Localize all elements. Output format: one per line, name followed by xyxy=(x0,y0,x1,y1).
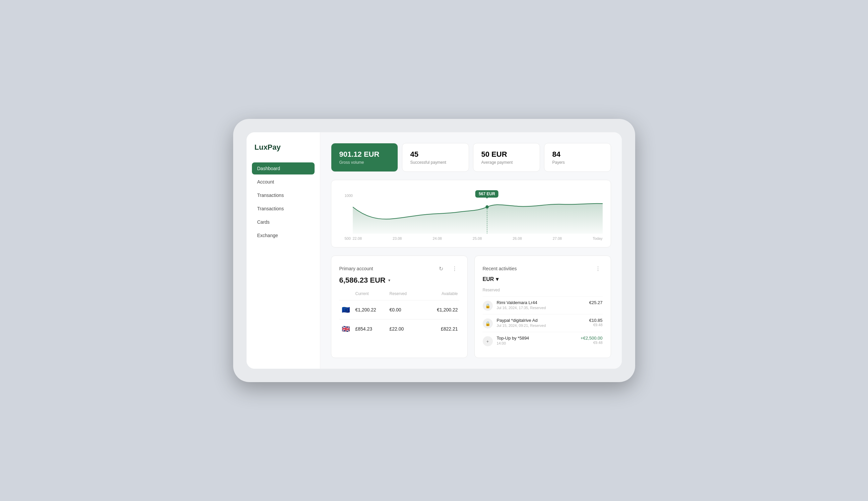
activity-amount-2: +€2,500.00 xyxy=(581,335,602,341)
device-frame: LuxPay DashboardAccountTransactionsTrans… xyxy=(233,119,635,382)
sidebar-item-transactions-3[interactable]: Transactions xyxy=(252,203,315,215)
screen: LuxPay DashboardAccountTransactionsTrans… xyxy=(246,132,622,369)
panel-title: Primary account xyxy=(339,266,373,271)
sidebar-item-cards-4[interactable]: Cards xyxy=(252,216,315,228)
chart-tooltip: 567 EUR xyxy=(475,190,498,198)
activities-title: Recent activities xyxy=(483,266,517,271)
available-val-0: €1,200.22 xyxy=(424,307,458,312)
stat-value-1: 45 xyxy=(410,150,461,159)
reserved-val-1: £22.00 xyxy=(390,326,424,332)
activity-row-2: + Top-Up by *5894 14:00 +€2,500.00 €9.48 xyxy=(483,332,603,350)
flag-1: 🇬🇧 xyxy=(341,323,351,334)
chart-area: 567 EUR xyxy=(353,187,603,234)
stat-label-2: Average payment xyxy=(481,160,532,165)
activity-date-2: 14:00 xyxy=(497,341,577,345)
stat-label-0: Gross volume xyxy=(339,160,390,165)
account-amount: 6,586.23 EUR xyxy=(339,276,385,285)
activity-info-1: Paypal *digitalrive Ad Jul 15, 2024, 09:… xyxy=(497,318,585,328)
activity-amount-0: €25.27 xyxy=(589,300,603,305)
activity-date-0: Jul 16, 2024, 17:35, Reserved xyxy=(497,306,585,310)
stat-value-3: 84 xyxy=(552,150,603,159)
bottom-row: Primary account ↻ ⋮ 6,586.23 EUR ▾ Curre… xyxy=(331,256,611,358)
stat-value-2: 50 EUR xyxy=(481,150,532,159)
stats-row: 901.12 EUR Gross volume45 Successful pay… xyxy=(331,143,611,172)
chart-x-labels: 22.0823.0824.0825.0826.0827.08Today xyxy=(353,236,603,241)
activity-name-1: Paypal *digitalrive Ad xyxy=(497,318,585,323)
activity-icon-1: 🔒 xyxy=(483,319,493,329)
primary-account-panel: Primary account ↻ ⋮ 6,586.23 EUR ▾ Curre… xyxy=(331,256,468,358)
chart-x-label: 23.08 xyxy=(393,236,402,241)
activity-row-1: 🔒 Paypal *digitalrive Ad Jul 15, 2024, 0… xyxy=(483,314,603,332)
stat-label-3: Payers xyxy=(552,160,603,165)
activity-amount-1: €10.85 xyxy=(589,318,603,323)
chart-x-label: Today xyxy=(593,236,602,241)
activity-amounts-2: +€2,500.00 €9.48 xyxy=(581,335,602,344)
logo: LuxPay xyxy=(252,143,315,152)
main-content: 901.12 EUR Gross volume45 Successful pay… xyxy=(320,132,622,369)
stat-card-2: 50 EUR Average payment xyxy=(473,143,540,172)
sidebar-item-transactions-2[interactable]: Transactions xyxy=(252,189,315,201)
currency-selector[interactable]: EUR ▾ xyxy=(483,276,603,282)
refresh-icon[interactable]: ↻ xyxy=(436,264,446,273)
current-val-0: €1,200.22 xyxy=(356,307,390,312)
more-icon[interactable]: ⋮ xyxy=(450,264,459,273)
stat-card-3: 84 Payers xyxy=(544,143,611,172)
stat-card-0: 901.12 EUR Gross volume xyxy=(331,143,398,172)
sidebar-item-dashboard-0[interactable]: Dashboard xyxy=(252,162,315,174)
activity-info-0: Rimi Valdemara Lr44 Jul 16, 2024, 17:35,… xyxy=(497,300,585,310)
chevron-icon[interactable]: ▾ xyxy=(388,278,390,283)
panel-icons: ↻ ⋮ xyxy=(436,264,459,273)
activity-name-2: Top-Up by *5894 xyxy=(497,335,577,341)
activity-amounts-1: €10.85 €9.48 xyxy=(589,318,603,327)
reserved-val-0: €0.00 xyxy=(390,307,424,312)
stat-value-0: 901.12 EUR xyxy=(339,150,390,159)
activity-sub-2: €9.48 xyxy=(581,341,602,344)
activities-section-label: Reserved xyxy=(483,288,603,292)
activity-row-0: 🔒 Rimi Valdemara Lr44 Jul 16, 2024, 17:3… xyxy=(483,296,603,314)
chart-x-label: 22.08 xyxy=(353,236,362,241)
available-val-1: £822.21 xyxy=(424,326,458,332)
recent-activities-panel: Recent activities ⋮ EUR ▾ Reserved 🔒 Rim… xyxy=(474,256,611,358)
chart-x-label: 26.08 xyxy=(512,236,522,241)
activities-more-icon[interactable]: ⋮ xyxy=(593,264,603,273)
sidebar-item-account-1[interactable]: Account xyxy=(252,176,315,188)
chart-x-label: 27.08 xyxy=(553,236,562,241)
activity-amounts-0: €25.27 xyxy=(589,300,603,305)
stat-card-1: 45 Successful payment xyxy=(402,143,469,172)
flag-0: 🇪🇺 xyxy=(341,305,351,315)
sidebar-item-exchange-5[interactable]: Exchange xyxy=(252,230,315,242)
activities-header: Recent activities ⋮ xyxy=(483,264,603,273)
activity-date-1: Jul 15, 2024, 09:21, Reserved xyxy=(497,323,585,328)
activity-icon-2: + xyxy=(483,336,493,346)
account-row-1: 🇬🇧 £854.23 £22.00 £822.21 xyxy=(339,319,459,338)
amount-row: 6,586.23 EUR ▾ xyxy=(339,276,459,285)
sidebar: LuxPay DashboardAccountTransactionsTrans… xyxy=(246,132,320,369)
stat-label-1: Successful payment xyxy=(410,160,461,165)
table-header: Current Reserved Available xyxy=(339,291,459,296)
chart-container: 1000 500 xyxy=(331,180,611,247)
panel-header: Primary account ↻ ⋮ xyxy=(339,264,459,273)
eur-chevron-icon: ▾ xyxy=(496,276,498,282)
activity-info-2: Top-Up by *5894 14:00 xyxy=(497,335,577,345)
activity-name-0: Rimi Valdemara Lr44 xyxy=(497,300,585,305)
current-val-1: £854.23 xyxy=(356,326,390,332)
activity-sub-1: €9.48 xyxy=(589,323,603,327)
chart-y-labels: 1000 500 xyxy=(345,194,353,241)
activity-icon-0: 🔒 xyxy=(483,301,493,311)
chart-x-label: 25.08 xyxy=(473,236,482,241)
chart-x-label: 24.08 xyxy=(433,236,442,241)
account-row-0: 🇪🇺 €1,200.22 €0.00 €1,200.22 xyxy=(339,300,459,319)
